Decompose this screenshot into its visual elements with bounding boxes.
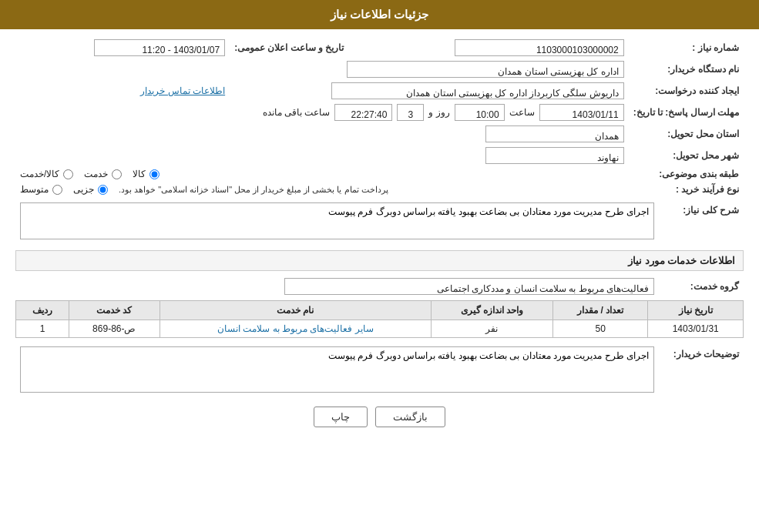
col-tedaad: تعداد / مقدار: [552, 301, 647, 320]
group-khadamat-label: گروه خدمت:: [659, 276, 744, 297]
col-vahed: واحد اندازه گیری: [431, 301, 552, 320]
tabaqe-kala-khadamat-item[interactable]: کالا/خدمت: [20, 169, 75, 179]
tabaqe-khadamat-radio[interactable]: [112, 169, 122, 179]
nooe-farayand-label: نوع فرآیند خرید :: [629, 182, 744, 197]
mohlat-row-cell: 1403/01/11 ساعت 10:00 روز و 3 22:27:40 س…: [15, 102, 629, 123]
page-header: جزئیات اطلاعات نیاز: [0, 0, 759, 29]
mohlat-baghimande-label: ساعت باقی مانده: [263, 107, 331, 118]
col-kod-khadamat: کد خدمت: [69, 301, 160, 320]
ejad-konande-input: داریوش سلگی کاربرداز اداره کل بهزیستی اس…: [331, 82, 624, 99]
mohlat-rooz-label: روز و: [428, 107, 449, 118]
tabaqe-kala-khadamat-radio[interactable]: [63, 169, 73, 179]
col-name-khadamat: نام خدمت: [160, 301, 431, 320]
tozihat-table: توضیحات خریدار:: [15, 344, 744, 397]
tarikh-ealaan-input: 1403/01/07 - 11:20: [94, 39, 225, 56]
sharh-koli-textarea[interactable]: [20, 202, 654, 239]
tabaqe-bandi-label: طبقه بندی موضوعی:: [629, 166, 744, 182]
ostan-tahvil-input: همدان: [485, 125, 624, 142]
cell-name-khadamat: سایر فعالیت‌های مربوط به سلامت انسان: [160, 320, 431, 338]
nooe-motavasset-item[interactable]: متوسط: [20, 184, 64, 195]
nooe-description: پرداخت تمام یا بخشی از مبلغ خریدار از مح…: [119, 185, 388, 195]
service-table-body: 1403/01/31 50 نفر سایر فعالیت‌های مربوط …: [16, 320, 744, 338]
tabaqe-khadamat-item[interactable]: خدمت: [84, 169, 123, 179]
cell-kod-khadamat: ص-86-869: [69, 320, 160, 338]
ostan-tahvil-value-cell: همدان: [15, 123, 629, 145]
nooe-motavasset-label: متوسط: [20, 184, 49, 195]
shomare-niaz-value-cell: 1103000103000002: [348, 37, 628, 59]
cell-tarikh-niaz: 1403/01/31: [648, 320, 744, 338]
group-khadamat-value-cell: فعالیت‌های مربوط به سلامت انسان و مددکار…: [15, 276, 659, 297]
nooe-farayand-value-cell: متوسط جزیی پرداخت تمام یا بخشی از مبلغ خ…: [15, 182, 629, 197]
name-dastgah-label: نام دستگاه خریدار:: [629, 59, 744, 80]
page-wrapper: جزئیات اطلاعات نیاز شماره نیاز : 1103000…: [0, 0, 759, 532]
group-khadamat-table: گروه خدمت: فعالیت‌های مربوط به سلامت انس…: [15, 276, 744, 297]
mohlat-row: 1403/01/11 ساعت 10:00 روز و 3 22:27:40 س…: [20, 104, 624, 121]
khadamat-title-text: اطلاعات خدمات مورد نیاز: [628, 255, 735, 266]
sharh-koli-value-cell: [15, 200, 659, 244]
ejad-konande-value-cell: داریوش سلگی کاربرداز اداره کل بهزیستی اس…: [230, 80, 629, 102]
mohlat-saat-input: 10:00: [455, 104, 505, 121]
cell-tedaad: 50: [552, 320, 647, 338]
tabaqe-kala-item[interactable]: کالا: [133, 169, 161, 179]
shomare-niaz-label: شماره نیاز :: [629, 37, 744, 59]
ettelaat-tamas-cell[interactable]: اطلاعات تماس خریدار: [15, 80, 230, 102]
tarikh-ealaan-label: تاریخ و ساعت اعلان عمومی:: [230, 37, 348, 59]
ettelaat-tamas-link[interactable]: اطلاعات تماس خریدار: [140, 85, 225, 96]
tabaqe-kala-label: کالا: [133, 169, 146, 179]
service-table: تاریخ نیاز تعداد / مقدار واحد اندازه گیر…: [15, 300, 744, 338]
mohlat-date-input: 1403/01/11: [539, 104, 624, 121]
nooe-jozyi-item[interactable]: جزیی: [73, 184, 109, 195]
tarikh-ealaan-value-cell: 1403/01/07 - 11:20: [15, 37, 230, 59]
khadamat-section-title: اطلاعات خدمات مورد نیاز: [15, 250, 744, 271]
tabaqe-kala-radio[interactable]: [149, 169, 160, 179]
name-dastgah-value-cell: اداره کل بهزیستی استان همدان: [15, 59, 629, 80]
col-tarikh-niaz: تاریخ نیاز: [648, 301, 744, 320]
mohlat-saat-label: ساعت: [509, 107, 535, 118]
nooe-farayand-radios: متوسط جزیی پرداخت تمام یا بخشی از مبلغ خ…: [20, 184, 624, 195]
mohlat-label: مهلت ارسال پاسخ: تا تاریخ:: [629, 102, 744, 123]
print-button[interactable]: چاپ: [314, 407, 368, 427]
tabaqe-bandi-value-cell: کالا/خدمت خدمت کالا: [15, 166, 629, 182]
cell-radif: 1: [16, 320, 69, 338]
tozihat-label: توضیحات خریدار:: [659, 344, 744, 397]
shahr-tahvil-label: شهر محل تحویل:: [629, 145, 744, 166]
main-content: شماره نیاز : 1103000103000002 تاریخ و سا…: [0, 29, 759, 444]
tabaqe-khadamat-label: خدمت: [84, 169, 108, 179]
tozihat-value-cell: [15, 344, 659, 397]
basic-info-table: شماره نیاز : 1103000103000002 تاریخ و سا…: [15, 37, 744, 197]
shahr-tahvil-value-cell: نهاوند: [15, 145, 629, 166]
tabaqe-kala-khadamat-label: کالا/خدمت: [20, 169, 59, 179]
back-button[interactable]: بازگشت: [375, 407, 445, 427]
shahr-tahvil-input: نهاوند: [485, 147, 624, 164]
page-title: جزئیات اطلاعات نیاز: [331, 8, 428, 21]
ostan-tahvil-label: استان محل تحویل:: [629, 123, 744, 145]
nooe-jozyi-radio[interactable]: [98, 185, 108, 195]
table-row: 1403/01/31 50 نفر سایر فعالیت‌های مربوط …: [16, 320, 744, 338]
group-khadamat-input: فعالیت‌های مربوط به سلامت انسان و مددکار…: [284, 278, 654, 295]
nooe-jozyi-label: جزیی: [73, 184, 94, 195]
shomare-niaz-input: 1103000103000002: [455, 39, 624, 56]
button-row: بازگشت چاپ: [15, 407, 744, 427]
mohlat-baghimande-input: 22:27:40: [334, 104, 392, 121]
sharh-koli-table: شرح کلی نیاز:: [15, 200, 744, 244]
name-dastgah-input: اداره کل بهزیستی استان همدان: [347, 61, 624, 78]
nooe-motavasset-radio[interactable]: [52, 185, 62, 195]
tozihat-textarea[interactable]: [20, 346, 654, 393]
col-radif: ردیف: [16, 301, 69, 320]
service-table-header: تاریخ نیاز تعداد / مقدار واحد اندازه گیر…: [16, 301, 744, 320]
tabaqe-bandi-radios: کالا/خدمت خدمت کالا: [20, 169, 624, 179]
ejad-konande-label: ایجاد کننده درخواست:: [629, 80, 744, 102]
cell-vahed: نفر: [431, 320, 552, 338]
sharh-koli-label: شرح کلی نیاز:: [659, 200, 744, 244]
mohlat-rooz-input: 3: [397, 104, 424, 121]
